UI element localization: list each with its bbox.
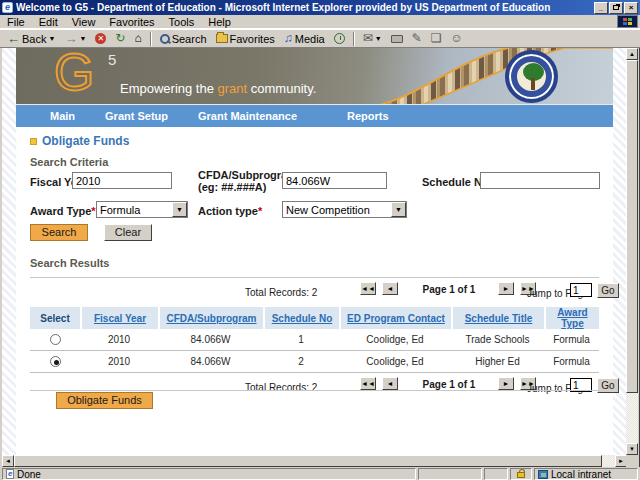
home-icon: ⌂: [134, 33, 141, 44]
mail-dropdown-icon[interactable]: ▼: [375, 35, 382, 42]
g5-logo-5: 5: [108, 51, 116, 68]
nav-grant-setup[interactable]: Grant Setup: [105, 110, 168, 122]
history-button[interactable]: [331, 32, 348, 45]
cell-schedule-no: 1: [263, 334, 339, 345]
go-button[interactable]: Go: [597, 283, 619, 298]
award-type-select[interactable]: Formula ▼: [96, 201, 188, 218]
discuss-icon: ❏: [431, 33, 442, 44]
discuss-button[interactable]: ❏: [428, 32, 445, 45]
messenger-button[interactable]: ☺: [448, 32, 466, 45]
award-type-label: Award Type*: [30, 205, 96, 217]
restore-icon: [613, 5, 619, 10]
required-asterisk: *: [91, 205, 95, 217]
cell-contact: Coolidge, Ed: [339, 334, 451, 345]
close-button[interactable]: ×: [624, 2, 638, 14]
restore-button[interactable]: [609, 2, 623, 14]
intranet-zone-icon: [538, 470, 548, 479]
go-button[interactable]: Go: [597, 378, 619, 393]
col-fiscal-year[interactable]: Fiscal Year: [80, 307, 158, 329]
cell-contact: Coolidge, Ed: [339, 356, 451, 367]
prev-page-button[interactable]: ◄: [382, 282, 398, 295]
first-page-button[interactable]: ◄◄: [360, 377, 376, 390]
search-button-toolbar[interactable]: Search: [157, 32, 210, 46]
col-award-type[interactable]: Award Type: [544, 307, 599, 329]
window-title: Welcome to G5 - Department of Education …: [16, 2, 593, 13]
media-button[interactable]: ♫ Media: [281, 32, 328, 46]
horizontal-scrollbar[interactable]: ◄ ►: [2, 455, 627, 467]
menu-file[interactable]: File: [0, 16, 32, 28]
col-cfda[interactable]: CFDA/Subprogram: [158, 307, 263, 329]
status-done-text: Done: [17, 469, 41, 480]
back-dropdown-icon[interactable]: ▼: [48, 35, 55, 42]
page-title-text: Obligate Funds: [42, 134, 129, 148]
cell-schedule-no: 2: [263, 356, 339, 367]
first-page-button[interactable]: ◄◄: [360, 282, 376, 295]
messenger-icon: ☺: [451, 33, 463, 44]
mail-envelope-icon: ✉: [363, 33, 373, 44]
home-button[interactable]: ⌂: [131, 32, 144, 45]
search-criteria-label: Search Criteria: [30, 156, 108, 168]
vertical-scrollbar[interactable]: ▲ ▼: [626, 48, 638, 455]
col-schedule-no[interactable]: Schedule No: [263, 307, 339, 329]
cfda-label-line2: (eg: ##.###A): [198, 181, 266, 193]
action-type-select[interactable]: New Competition ▼: [282, 201, 407, 218]
title-bar: e Welcome to G5 - Department of Educatio…: [0, 0, 640, 15]
chevron-down-icon[interactable]: ▼: [172, 202, 187, 217]
col-schedule-title[interactable]: Schedule Title: [451, 307, 544, 329]
print-button[interactable]: [388, 34, 406, 44]
right-margin-stripes: [613, 48, 627, 455]
chevron-down-icon[interactable]: ▼: [391, 202, 406, 217]
horizontal-scroll-thumb[interactable]: [14, 455, 602, 467]
jump-to-page-input[interactable]: [570, 283, 592, 297]
search-icon: [160, 34, 170, 44]
bookshelf-swoosh-image: [368, 48, 613, 105]
forward-button[interactable]: → ▼: [61, 32, 89, 45]
stop-button[interactable]: ✕: [92, 32, 109, 45]
scroll-left-icon[interactable]: ◄: [2, 455, 14, 467]
col-ed-program-contact[interactable]: ED Program Contact: [339, 307, 451, 329]
menu-favorites[interactable]: Favorites: [102, 16, 161, 28]
vertical-scroll-thumb[interactable]: [626, 60, 638, 393]
refresh-button[interactable]: ↻: [112, 32, 128, 45]
windows-flag-icon: [617, 15, 638, 28]
fiscal-year-input[interactable]: [72, 172, 172, 189]
total-records-value: 2: [312, 382, 318, 393]
nav-reports[interactable]: Reports: [347, 110, 389, 122]
nav-main[interactable]: Main: [50, 110, 75, 122]
page-title: Obligate Funds: [30, 134, 129, 148]
minimize-button[interactable]: _: [594, 2, 608, 14]
clear-button[interactable]: Clear: [104, 224, 152, 241]
menu-help[interactable]: Help: [201, 16, 238, 28]
scroll-up-icon[interactable]: ▲: [626, 48, 638, 60]
row-select-radio[interactable]: [50, 334, 61, 345]
total-records-label: Total Records:: [245, 287, 309, 298]
menu-view[interactable]: View: [65, 16, 103, 28]
cell-fiscal-year: 2010: [80, 356, 158, 367]
cell-schedule-title: Trade Schools: [451, 334, 544, 345]
next-page-button[interactable]: ►: [498, 377, 514, 390]
menu-tools[interactable]: Tools: [162, 16, 202, 28]
edit-button[interactable]: ✎: [409, 32, 425, 45]
browser-toolbar: ← Back ▼ → ▼ ✕ ↻ ⌂ Search Favorites ♫ Me…: [0, 29, 640, 48]
nav-grant-maintenance[interactable]: Grant Maintenance: [198, 110, 297, 122]
schedule-no-input[interactable]: [480, 172, 600, 189]
action-type-value: New Competition: [286, 204, 370, 216]
prev-page-button[interactable]: ◄: [382, 377, 398, 390]
row-select-radio[interactable]: [50, 356, 61, 367]
search-button[interactable]: Search: [30, 224, 88, 241]
search-results-label: Search Results: [30, 257, 109, 269]
scroll-down-icon[interactable]: ▼: [626, 443, 638, 455]
menu-edit[interactable]: Edit: [32, 16, 65, 28]
obligate-funds-button[interactable]: Obligate Funds: [56, 392, 153, 409]
favorites-button[interactable]: Favorites: [213, 32, 278, 46]
next-page-button[interactable]: ►: [498, 282, 514, 295]
browser-window: e Welcome to G5 - Department of Educatio…: [0, 0, 640, 480]
mail-button[interactable]: ✉ ▼: [360, 32, 385, 45]
cfda-input[interactable]: [282, 172, 387, 189]
results-table: Select Fiscal Year CFDA/Subprogram Sched…: [30, 307, 599, 373]
back-button[interactable]: ← Back ▼: [4, 32, 58, 46]
forward-dropdown-icon[interactable]: ▼: [79, 35, 86, 42]
cell-cfda: 84.066W: [158, 334, 263, 345]
total-records-value: 2: [312, 287, 318, 298]
action-type-label: Action type*: [198, 205, 262, 217]
